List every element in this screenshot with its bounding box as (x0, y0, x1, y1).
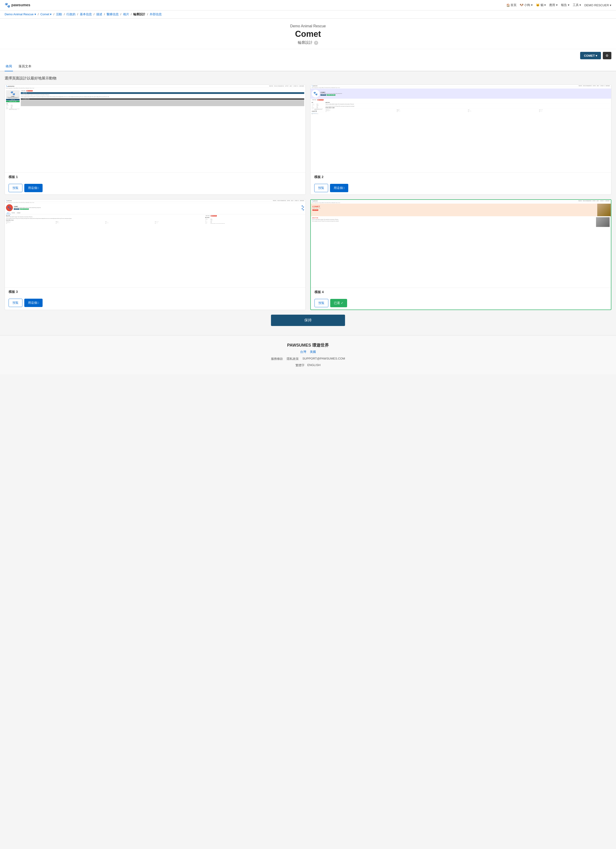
footer-region-links: 台灣 美國 (4, 350, 612, 354)
settings-button[interactable]: ⚙ (603, 52, 612, 59)
footer-lang-english[interactable]: ENGLISH (307, 363, 320, 368)
breadcrumb-description[interactable]: 描述 (96, 12, 102, 16)
logo-text: pawsumes (11, 3, 30, 7)
template-3-preview-button[interactable]: 預覧 (9, 299, 22, 307)
template-card-2: 🐾 pawsumes FEATURESRESCUE ORGANIZATIONSS… (310, 85, 612, 195)
nav-dogs[interactable]: 🐶 小狗 ▾ (520, 3, 533, 7)
footer-language: 繁體字 ENGLISH (4, 363, 612, 368)
template-preview-3: 🐾 pawsumes FEATURESRESCUE ORGANIZATIONSS… (5, 200, 305, 287)
breadcrumb-profile-design[interactable]: 輪廓設計 (133, 12, 145, 16)
template-2-use-button[interactable]: 用這個□ (330, 184, 348, 192)
footer-brand: PAWSUMES 環遊世界 (4, 343, 612, 348)
templates-grid: 🐾 pawsumes FEATURESRESCUE ORGANIZATIONSS… (4, 85, 612, 310)
tab-landing-text[interactable]: 落頁文本 (18, 62, 33, 71)
template-preview-1: 🐾 pawsumes FEATURESRESCUE ORGANIZATIONSS… (5, 85, 305, 173)
nav-reports[interactable]: 報告 ▾ (561, 3, 570, 7)
top-navigation: 🐾 pawsumes 🏠 首頁 🐶 小狗 ▾ 🐱 貓 ▾ 應用 ▾ 報告 ▾ 工… (0, 0, 616, 10)
template-preview-4: 🐾 pawsumes FEATURESRESCUE ORGANIZATIONSS… (311, 200, 611, 288)
footer-link-taiwan[interactable]: 台灣 (300, 350, 306, 354)
template-3-actions: 預覧 用這個□ (5, 296, 305, 309)
breadcrumb-external[interactable]: 外部信息 (150, 12, 162, 16)
breadcrumb: Demo Animal Rescue ▾ / Comet ▾ / 活動 / 行政… (0, 10, 616, 18)
page-subtitle: 輪廓設計 ? (4, 40, 612, 45)
template-4-label: 模板 4 (311, 288, 611, 296)
template-4-actions: 預覧 已選 ✓ (311, 296, 611, 310)
template-4-selected-button[interactable]: 已選 ✓ (330, 299, 347, 307)
section-title: 選擇頁面設計以最好地展示動物 (4, 76, 612, 81)
main-content: 選擇頁面設計以最好地展示動物 🐾 pawsumes FEATURESRESCUE… (0, 71, 616, 335)
save-button[interactable]: 保持 (271, 315, 345, 326)
nav-demo-rescuer[interactable]: DEMO RESCUER ▾ (584, 3, 612, 7)
breadcrumb-activities[interactable]: 活動 (56, 12, 62, 16)
action-bar: COMET ▾ ⚙ (0, 49, 616, 62)
nav-cats[interactable]: 🐱 貓 ▾ (536, 3, 546, 7)
footer-terms[interactable]: 服務條款 (271, 357, 283, 361)
org-name: Demo Animal Rescue (4, 24, 612, 28)
breadcrumb-medical[interactable]: 醫療信息 (107, 12, 119, 16)
help-icon[interactable]: ? (314, 41, 318, 45)
template-3-label: 模板 3 (5, 287, 305, 296)
nav-tools[interactable]: 工具 ▾ (573, 3, 581, 7)
template-4-preview-button[interactable]: 預覧 (314, 299, 328, 307)
top-nav-links: 🏠 首頁 🐶 小狗 ▾ 🐱 貓 ▾ 應用 ▾ 報告 ▾ 工具 ▾ DEMO RE… (506, 3, 612, 7)
template-1-actions: 預覧 用這個□ (5, 182, 305, 195)
template-2-actions: 預覧 用這個□ (311, 182, 611, 195)
paw-logo-icon: 🐾 (4, 2, 10, 8)
footer-link-usa[interactable]: 美國 (310, 350, 316, 354)
template-card-3: 🐾 pawsumes FEATURESRESCUE ORGANIZATIONSS… (4, 200, 306, 310)
breadcrumb-basic-info[interactable]: 基本信息 (80, 12, 92, 16)
template-card-4: 🐾 pawsumes FEATURESRESCUE ORGANIZATIONSS… (310, 200, 612, 310)
breadcrumb-comet[interactable]: Comet ▾ (40, 12, 52, 16)
footer-lang-traditional[interactable]: 繁體字 (296, 363, 305, 368)
footer-support-email[interactable]: SUPPORT@PAWSUMES.COM (302, 357, 345, 361)
template-2-label: 模板 2 (311, 173, 611, 182)
footer-bottom-links: 服務條款 隱私政策 SUPPORT@PAWSUMES.COM (4, 357, 612, 361)
page-header: Demo Animal Rescue Comet 輪廓設計 ? (0, 18, 616, 49)
template-1-label: 模板 1 (5, 173, 305, 182)
template-1-use-button[interactable]: 用這個□ (24, 184, 43, 192)
save-bar: 保持 (4, 310, 612, 331)
tab-layout[interactable]: 佈局 (4, 62, 13, 71)
footer-privacy[interactable]: 隱私政策 (287, 357, 299, 361)
animal-name: Comet (4, 29, 612, 39)
breadcrumb-admin[interactable]: 行政的 (66, 12, 76, 16)
logo: 🐾 pawsumes (4, 2, 30, 8)
nav-home[interactable]: 🏠 首頁 (506, 3, 516, 7)
breadcrumb-demo-animal-rescue[interactable]: Demo Animal Rescue ▾ (4, 12, 36, 16)
template-preview-2: 🐾 pawsumes FEATURESRESCUE ORGANIZATIONSS… (311, 85, 611, 173)
comet-dropdown-button[interactable]: COMET ▾ (580, 52, 601, 59)
template-card-1: 🐾 pawsumes FEATURESRESCUE ORGANIZATIONSS… (4, 85, 306, 195)
tabs-bar: 佈局 落頁文本 (0, 62, 616, 71)
template-2-preview-button[interactable]: 預覧 (314, 184, 328, 192)
template-1-preview-button[interactable]: 預覧 (9, 184, 22, 192)
breadcrumb-photos[interactable]: 相片 (123, 12, 129, 16)
footer: PAWSUMES 環遊世界 台灣 美國 服務條款 隱私政策 SUPPORT@PA… (0, 335, 616, 374)
template-3-use-button[interactable]: 用這個□ (24, 299, 43, 307)
nav-apps[interactable]: 應用 ▾ (549, 3, 558, 7)
